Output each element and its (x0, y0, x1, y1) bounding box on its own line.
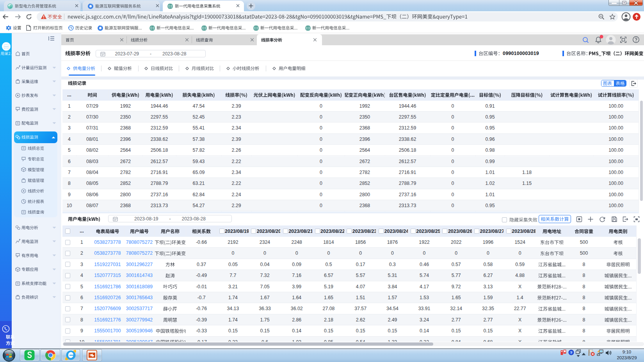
svg-text:?: ? (570, 351, 573, 355)
